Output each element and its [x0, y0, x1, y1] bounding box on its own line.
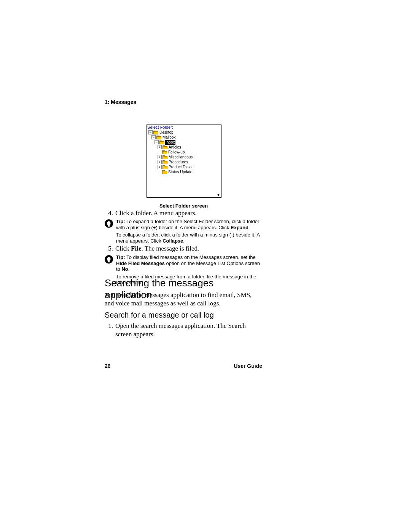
- page-number: 26: [105, 363, 111, 369]
- select-folder-screenshot: Select Folder: − Desktop − Mailbox − Inb…: [147, 125, 221, 198]
- folder-label: Inbox: [165, 140, 175, 145]
- folder-label: Articles: [168, 145, 182, 150]
- step-text: Open the search messages application. Th…: [115, 322, 263, 339]
- body-paragraph: You search the messages application to f…: [105, 291, 263, 308]
- folder-label: Status Update: [167, 169, 193, 174]
- lightbulb-icon: [105, 219, 113, 228]
- tip-label: Tip:: [116, 219, 126, 224]
- tree-row-miscellaneous[interactable]: + Miscellaneous: [147, 155, 221, 160]
- folder-label: Product Tasks: [168, 165, 193, 169]
- expand-icon[interactable]: +: [158, 155, 162, 159]
- folder-label: Miscellaneous: [168, 155, 193, 160]
- step-4: 4. Click a folder. A menu appears.: [105, 209, 263, 217]
- tip-expand-collapse: Tip: To expand a folder on the Select Fo…: [105, 219, 263, 245]
- folder-icon: [162, 150, 167, 154]
- tree-row-inbox[interactable]: − Inbox: [147, 140, 221, 145]
- folder-label: Desktop: [159, 130, 174, 135]
- heading-search-for: Search for a message or call log: [105, 311, 263, 320]
- tree-row-followup[interactable]: Follow-up: [147, 150, 221, 155]
- screenshot-title: Select Folder:: [147, 125, 221, 130]
- collapse-icon[interactable]: −: [151, 135, 156, 139]
- step-text-part: . The message is filed.: [141, 245, 199, 252]
- expand-icon[interactable]: +: [158, 145, 162, 149]
- screenshot-caption: Select Folder screen: [105, 203, 263, 209]
- step-text-part: Click: [115, 245, 131, 252]
- tree-row-desktop[interactable]: − Desktop: [147, 130, 221, 135]
- tree-row-product-tasks[interactable]: + Product Tasks: [147, 165, 221, 169]
- folder-icon: [162, 165, 167, 169]
- tip-bold: Collapse: [162, 238, 183, 244]
- step-number: 1.: [105, 322, 113, 339]
- tree-row-mailbox[interactable]: − Mailbox: [147, 135, 221, 140]
- folder-icon: [162, 155, 167, 159]
- tip-text: .: [128, 266, 130, 272]
- collapse-icon[interactable]: −: [155, 140, 159, 144]
- tip-text: To display filed messages on the Message…: [126, 254, 256, 260]
- folder-label: Mailbox: [162, 135, 176, 140]
- expand-icon[interactable]: +: [158, 160, 162, 164]
- collapse-icon[interactable]: −: [148, 130, 153, 134]
- folder-icon: [159, 141, 164, 144]
- step-text-bold: File: [131, 245, 141, 252]
- step-text: Click File. The message is filed.: [115, 244, 263, 253]
- folder-icon: [162, 170, 167, 174]
- folder-icon: [153, 131, 158, 134]
- folder-icon: [156, 136, 161, 139]
- step-number: 4.: [105, 209, 113, 217]
- chapter-header: 1: Messages: [105, 99, 263, 105]
- step-text: Click a folder. A menu appears.: [115, 209, 263, 217]
- tip-text: .: [249, 225, 250, 230]
- folder-label: Follow-up: [167, 150, 185, 155]
- folder-label: Procedures: [168, 160, 189, 165]
- step-1: 1. Open the search messages application.…: [105, 322, 263, 339]
- tip-label: Tip:: [116, 254, 126, 260]
- folder-icon: [162, 160, 167, 164]
- tip-bold: Hide Filed Messages: [116, 260, 165, 266]
- scroll-down-icon[interactable]: ▼: [217, 192, 220, 197]
- tip-bold: No: [121, 266, 128, 272]
- doc-title: User Guide: [234, 363, 262, 369]
- tree-row-procedures[interactable]: + Procedures: [147, 160, 221, 165]
- tip-text: .: [183, 238, 185, 244]
- lightbulb-icon: [105, 255, 113, 264]
- folder-icon: [162, 145, 167, 149]
- expand-icon[interactable]: +: [158, 165, 162, 169]
- step-5: 5. Click File. The message is filed.: [105, 244, 263, 253]
- tree-row-status-update[interactable]: Status Update: [147, 169, 221, 174]
- tip-text: To collapse a folder, click a folder wit…: [116, 232, 260, 244]
- step-number: 5.: [105, 244, 113, 253]
- tree-row-articles[interactable]: + Articles: [147, 145, 221, 150]
- tip-bold: Expand: [231, 225, 249, 230]
